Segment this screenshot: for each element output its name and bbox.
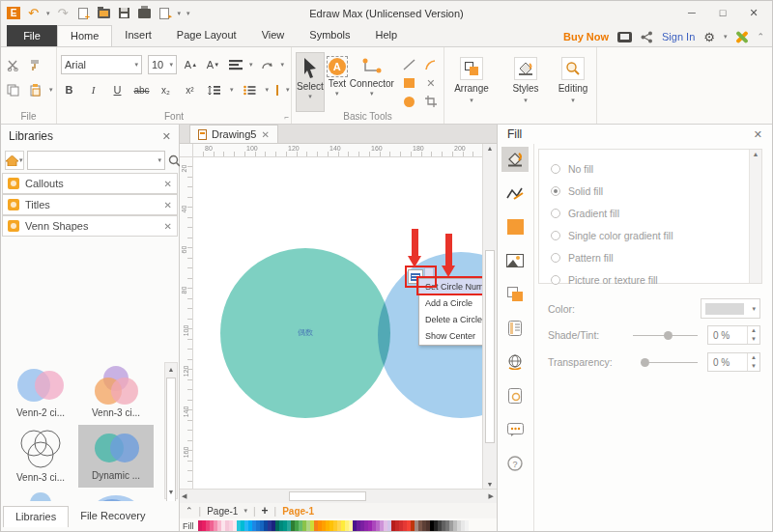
select-tool-button[interactable]: Select ▾ [296, 52, 325, 112]
text-tool-button[interactable]: A Text ▾ [327, 52, 348, 112]
document-tab-drawing5[interactable]: Drawing5 ✕ [189, 125, 278, 143]
strikethrough-button[interactable]: abc [133, 81, 150, 99]
save-icon[interactable] [117, 7, 131, 20]
option-pattern-fill[interactable]: Pattern fill [539, 246, 761, 268]
italic-button[interactable]: I [85, 81, 101, 99]
bullet-dropdown-icon[interactable]: ▾ [266, 86, 270, 94]
libraries-close-icon[interactable]: ✕ [162, 130, 171, 143]
close-section-icon[interactable]: ✕ [164, 221, 172, 232]
close-button[interactable]: ✕ [741, 6, 766, 21]
option-solid-fill[interactable]: Solid fill [539, 180, 761, 202]
transparency-spinner[interactable]: 0 % ▲▼ [707, 352, 760, 372]
radio-icon[interactable] [551, 186, 560, 196]
fill-tool-icon[interactable] [501, 147, 529, 172]
arrange-button[interactable]: Arrange ▾ [448, 52, 495, 112]
tab-libraries[interactable]: Libraries [3, 506, 69, 527]
color-dropdown[interactable]: ▾ [701, 298, 760, 319]
undo-dropdown-icon[interactable]: ▾ [46, 10, 50, 17]
shape-dynamic-venn-3[interactable]: Dynamic ... [3, 488, 78, 501]
font-family-select[interactable]: Arial▾ [61, 55, 142, 74]
library-section-callouts[interactable]: Callouts ✕ [2, 173, 178, 194]
align-text-icon[interactable] [227, 56, 243, 74]
spin-down-icon[interactable]: ▼ [748, 362, 759, 371]
page-selector[interactable]: Page-1 [207, 506, 238, 517]
library-section-titles[interactable]: Titles ✕ [2, 194, 178, 215]
menu-item-show-center[interactable]: Show Center [419, 328, 484, 345]
line-spacing-icon[interactable] [206, 81, 222, 99]
line-style-icon[interactable] [501, 181, 529, 206]
close-section-icon[interactable]: ✕ [164, 179, 172, 189]
new-file-icon[interactable]: + [76, 7, 91, 20]
transparency-slider[interactable] [641, 358, 698, 367]
option-single-color-gradient-fill[interactable]: Single color gradient fill [539, 224, 761, 246]
tab-help[interactable]: Help [362, 25, 410, 46]
editing-button[interactable]: Editing ▾ [551, 52, 595, 112]
tab-page-layout[interactable]: Page Layout [164, 25, 249, 46]
palette-swatch[interactable] [465, 520, 469, 531]
quick-color-icon[interactable] [501, 214, 529, 239]
export-icon[interactable] [157, 7, 172, 20]
scrollbar-thumb[interactable] [166, 378, 176, 501]
bold-button[interactable]: B [61, 81, 77, 99]
library-home-button[interactable]: ▾ [5, 151, 24, 170]
menu-item-delete-a-circle[interactable]: Delete a Circle [419, 312, 484, 328]
line-tool-icon[interactable] [403, 59, 415, 70]
cut-icon[interactable] [5, 56, 21, 74]
slider-thumb[interactable] [641, 358, 649, 367]
open-file-icon[interactable] [97, 7, 111, 20]
rotate-text-icon[interactable] [259, 56, 275, 74]
radio-icon[interactable] [551, 275, 560, 285]
close-document-icon[interactable]: ✕ [261, 129, 269, 140]
underline-button[interactable]: U [109, 81, 126, 99]
rectangle-tool-icon[interactable] [404, 78, 415, 88]
layers-icon[interactable] [501, 282, 529, 307]
crop-tool-icon[interactable] [425, 96, 437, 107]
connector-tool-button[interactable]: Connector ▾ [350, 52, 394, 112]
shape-venn-multilayer[interactable]: Venn mult... [78, 488, 154, 501]
font-dialog-launcher-icon[interactable]: ⌐ [284, 113, 289, 122]
maximize-button[interactable]: □ [710, 6, 735, 21]
decrease-font-icon[interactable]: A▼ [205, 56, 221, 74]
page-selector-dropdown-icon[interactable]: ▾ [243, 507, 247, 515]
insert-picture-icon[interactable] [501, 248, 529, 273]
canvas-horizontal-scrollbar[interactable]: ◀ ▶ [180, 489, 497, 503]
undo-icon[interactable]: ↶ [26, 7, 41, 20]
bullet-list-icon[interactable] [242, 81, 258, 99]
comment-icon[interactable] [501, 417, 529, 442]
scroll-down-icon[interactable]: ▼ [165, 486, 177, 498]
capture-icon[interactable] [617, 32, 632, 42]
options-scrollbar[interactable]: ▲ [749, 150, 761, 283]
scroll-up-icon[interactable]: ▲ [483, 145, 497, 152]
tab-file-recovery[interactable]: File Recovery [69, 506, 157, 527]
paste-icon[interactable] [27, 81, 43, 99]
shape-venn-3-circles[interactable]: Venn-3 ci... [78, 362, 154, 425]
scroll-up-icon[interactable]: ▲ [750, 151, 761, 157]
subscript-button[interactable]: x₂ [157, 81, 174, 99]
copy-icon[interactable] [5, 81, 21, 99]
attachment-icon[interactable] [501, 383, 529, 408]
page-tab-active[interactable]: Page-1 [282, 506, 314, 517]
ellipse-tool-icon[interactable] [404, 97, 415, 107]
spin-down-icon[interactable]: ▼ [748, 335, 759, 344]
library-search-input[interactable] [31, 155, 158, 166]
radio-icon[interactable] [551, 231, 560, 240]
option-picture-or-texture-fill[interactable]: Picture or texture fill [539, 268, 761, 291]
fill-panel-close-icon[interactable]: ✕ [754, 128, 762, 141]
customize-toolbar-icon[interactable]: ▾ [186, 10, 190, 17]
drawing-page[interactable]: 偶数 Set Circle Number Add a Circle Delete… [193, 157, 484, 489]
scroll-right-icon[interactable]: ▶ [489, 490, 494, 503]
search-dropdown-icon[interactable]: ▾ [158, 156, 162, 164]
hyperlink-globe-icon[interactable] [501, 350, 529, 375]
slider-thumb[interactable] [664, 331, 673, 340]
line-spacing-dropdown-icon[interactable]: ▾ [230, 86, 234, 94]
shade-tint-slider[interactable] [633, 331, 698, 340]
edraw-cross-logo-icon[interactable] [735, 31, 748, 43]
collapse-ribbon-icon[interactable]: ⌃ [757, 32, 764, 42]
print-icon[interactable] [137, 7, 152, 20]
scrollbar-thumb[interactable] [485, 250, 495, 443]
scroll-left-icon[interactable]: ◀ [182, 490, 186, 503]
buy-now-link[interactable]: Buy Now [563, 31, 609, 42]
note-icon[interactable] [501, 316, 529, 341]
menu-item-add-a-circle[interactable]: Add a Circle [419, 295, 484, 312]
shade-tint-spinner[interactable]: 0 % ▲▼ [707, 325, 760, 345]
